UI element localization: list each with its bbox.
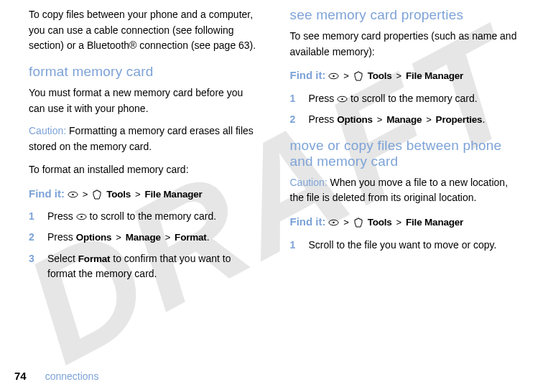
caution-move-delete: Caution: When you move a file to a new l…: [290, 175, 520, 206]
heading-format-memory-card: format memory card: [29, 64, 259, 80]
nav-key-icon: [337, 95, 348, 103]
heading-see-properties: see memory card properties: [290, 7, 520, 23]
step-row: 1 Press to scroll to the memory card.: [29, 209, 259, 224]
paragraph-copy-files: To copy files between your phone and a c…: [29, 7, 259, 54]
svg-point-9: [333, 222, 335, 223]
tools-hand-icon: [353, 218, 365, 228]
svg-point-3: [80, 216, 82, 218]
steps-move-copy: 1 Scroll to the file you want to move or…: [290, 238, 520, 253]
step-row: 3 Select Format to confirm that you want…: [29, 251, 259, 281]
nav-key-icon: [68, 191, 78, 198]
find-it-right-2: Find it: > Tools > File Manager: [290, 213, 520, 230]
step-row: 1 Press to scroll to the memory card.: [290, 91, 520, 106]
step-row: 1 Scroll to the file you want to move or…: [290, 238, 520, 253]
paragraph-must-format: You must format a new memory card before…: [29, 85, 259, 116]
paragraph-to-format: To format an installed memory card:: [29, 162, 259, 178]
steps-properties: 1 Press to scroll to the memory card. 2 …: [290, 91, 520, 127]
paragraph-see-properties: To see memory card properties (such as n…: [290, 29, 520, 60]
steps-format: 1 Press to scroll to the memory card. 2 …: [29, 209, 259, 281]
heading-move-copy: move or copy files between phone and mem…: [290, 138, 520, 169]
section-name: connections: [45, 370, 99, 382]
step-row: 2 Press Options > Manage > Properties.: [290, 112, 520, 127]
step-row: 2 Press Options > Manage > Format.: [29, 230, 259, 245]
svg-point-1: [72, 193, 73, 195]
nav-key-icon: [328, 73, 339, 80]
left-column: To copy files between your phone and a c…: [23, 7, 274, 359]
page-number: 74: [14, 370, 27, 382]
page-footer: 74 connections: [14, 370, 98, 382]
tools-hand-icon: [353, 71, 365, 81]
page-content: To copy files between your phone and a c…: [0, 0, 548, 359]
find-it-left: Find it: > Tools > File Manager: [29, 185, 259, 202]
svg-point-5: [333, 75, 335, 77]
caution-erases: Caution: Formatting a memory card erases…: [29, 123, 259, 154]
find-it-right-1: Find it: > Tools > File Manager: [290, 67, 520, 84]
tools-hand-icon: [92, 190, 103, 200]
nav-key-icon: [328, 219, 339, 226]
right-column: see memory card properties To see memory…: [274, 7, 526, 359]
svg-point-7: [341, 98, 343, 100]
nav-key-icon: [76, 213, 87, 220]
